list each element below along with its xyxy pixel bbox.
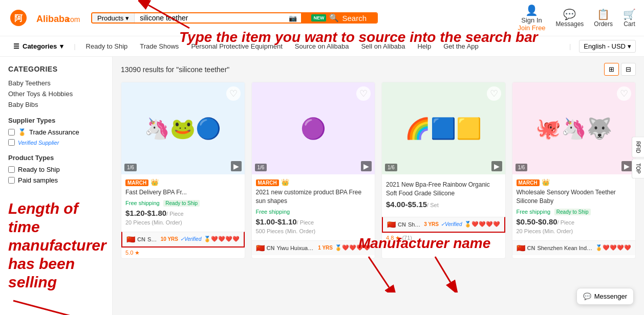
img-badge-3: 1/6 [385, 164, 397, 171]
grid-view-btn[interactable]: ⊞ [604, 63, 619, 76]
list-view-btn[interactable]: ⊟ [621, 63, 636, 76]
view-toggle: ⊞ ⊟ [604, 63, 636, 76]
rating-count: (71) [402, 235, 412, 241]
img-badge-2: 1/6 [255, 164, 267, 171]
sidebar-item-baby-bibs[interactable]: Baby Bibs [8, 101, 104, 108]
rating-stars-3: 🏅❤️❤️❤️❤️ [464, 221, 500, 228]
orders-label: Orders [594, 20, 613, 28]
messenger-icon: 💬 [583, 292, 591, 300]
img-nav-4[interactable]: ▶ [621, 161, 632, 171]
product-card-3[interactable]: 🌈🟦🟨 1/6 ▶ ♡ 2021 New Bpa-Free Rainbow Or… [381, 82, 506, 259]
product-info-2: MARCH👑 2021 new customize product BPA Fr… [252, 174, 375, 238]
min-order-1: 20 Pieces (Min. Order) [125, 219, 241, 226]
supplier-name-2[interactable]: Yiwu Huixuan Home Fu... [276, 245, 316, 251]
search-category-dropdown[interactable]: Products ▾ [92, 13, 135, 22]
img-nav-1[interactable]: ▶ [231, 161, 242, 171]
trade-assurance-icon: 🏅 [18, 128, 26, 136]
paid-samples-label: Paid samples [18, 176, 58, 184]
ready-to-ship-filter[interactable]: Ready to Ship [8, 166, 104, 173]
img-badge-1: 1/6 [124, 164, 137, 171]
supplier-name-4[interactable]: Shenzhen Kean Industr... [537, 245, 593, 251]
results-count-text: 13090 results for "silicone teether" [121, 65, 229, 74]
rating-row-1: 5.0 ★ [121, 248, 245, 258]
product-tags-1: MARCH👑 [125, 178, 241, 186]
nav-trade-shows[interactable]: Trade Shows [135, 39, 184, 53]
logo[interactable]: 阿 Alibaba .com [8, 8, 80, 28]
nav-get-the-app[interactable]: Get the App [438, 39, 484, 53]
product-emoji-2: 🟣 [252, 82, 375, 174]
top-btn[interactable]: TOP [632, 159, 644, 178]
messages-action[interactable]: 💬 Messages [556, 8, 584, 28]
verified-supplier-checkbox[interactable] [8, 139, 15, 146]
img-nav-3[interactable]: ▶ [491, 161, 502, 171]
product-card-2[interactable]: 🟣 1/6 ▶ ♡ MARCH👑 2021 new customize prod… [251, 82, 376, 259]
cart-icon: 🛒 [623, 8, 636, 20]
header: 阿 Alibaba .com Products ▾ 📷 NEW 🔍 Search… [0, 0, 644, 36]
product-title-1: Fast Delivery BPA Fr... [125, 188, 241, 197]
paid-samples-filter[interactable]: Paid samples [8, 176, 104, 184]
supplier-name-1[interactable]: Shenzhen Kean Industr... [147, 236, 159, 242]
camera-icon[interactable]: 📷 [285, 13, 301, 22]
product-tags-2: MARCH👑 [256, 178, 371, 186]
product-emoji-4: 🐙🦄🐺 [512, 82, 636, 174]
messenger-button[interactable]: 💬 Messenger [576, 288, 634, 305]
country-code-3: CN [398, 221, 406, 228]
language-chevron: ▾ [628, 42, 631, 50]
years-badge-2: 1 YRS [318, 245, 333, 251]
orders-action[interactable]: 📋 Orders [594, 8, 613, 28]
nav-ready-to-ship[interactable]: Ready to Ship [81, 39, 133, 53]
left-annotation-area: Length of time manufacturer has been sel… [8, 199, 104, 315]
rating-stars-1: 🏅❤️❤️❤️❤️ [204, 236, 240, 242]
nav-ppe[interactable]: Personal Protective Equipment [186, 39, 287, 53]
sign-in-action[interactable]: 👤 Sign In Join Free [518, 4, 545, 32]
side-buttons: RFID TOP [632, 137, 644, 178]
heart-icon-3[interactable]: ♡ [487, 86, 501, 101]
trade-assurance-checkbox[interactable] [8, 129, 15, 136]
nav-sell-on-alibaba[interactable]: Sell on Alibaba [356, 39, 410, 53]
results-header: 13090 results for "silicone teether" ⊞ ⊟ [121, 63, 636, 76]
heart-icon-4[interactable]: ♡ [617, 86, 631, 101]
sidebar-item-baby-teethers[interactable]: Baby Teethers [8, 79, 104, 87]
free-shipping: Free shipping [125, 200, 160, 206]
rfid-btn[interactable]: RFID [632, 137, 644, 158]
product-title-2: 2021 new customize product BPA Free sun … [256, 188, 371, 206]
ready-to-ship-checkbox[interactable] [8, 166, 15, 173]
supplier-name-3[interactable]: Shenzhen Dongli Silico... [408, 221, 422, 228]
search-button[interactable]: NEW 🔍 Search [301, 13, 377, 22]
language-label: English - USD [584, 42, 626, 50]
heart-icon-2[interactable]: ♡ [356, 86, 371, 101]
results-count: 13090 results for "silicone teether" [121, 65, 229, 74]
product-info-4: MARCH👑 Wholesale Sensory Wooden Teether … [512, 174, 636, 238]
search-input[interactable] [135, 13, 285, 22]
shipping-info-4: Free shipping Ready to Ship [517, 208, 632, 215]
flag-1: 🇨🇳 [126, 235, 135, 243]
messages-label: Messages [556, 20, 584, 28]
product-types-section: Product Types Ready to Ship Paid samples [8, 154, 104, 184]
svg-line-7 [13, 301, 90, 315]
trade-assurance-filter[interactable]: 🏅 Trade Assurance [8, 128, 104, 136]
min-order-4: 20 Pieces (Min. Order) [517, 228, 632, 234]
categories-menu[interactable]: ☰ Categories ▾ [8, 39, 69, 53]
supplier-icon: 👑 [281, 178, 289, 186]
verified-supplier-filter[interactable]: Verified Supplier [8, 139, 104, 146]
product-img-1: 🦄🐸🔵 1/6 ▶ ♡ [121, 82, 245, 174]
main-content: CATEGORIES Baby Teethers Other Toys & Ho… [0, 57, 644, 315]
nav-source-on-alibaba[interactable]: Source on Alibaba [290, 39, 354, 53]
join-free-label: Join Free [518, 24, 545, 32]
march-badge: MARCH [517, 179, 540, 186]
product-card-1[interactable]: 🦄🐸🔵 1/6 ▶ ♡ MARCH👑 Fast Delivery BPA Fr.… [121, 82, 245, 259]
cart-action[interactable]: 🛒 Cart [623, 8, 636, 28]
years-badge-3: 3 YRS [424, 221, 439, 227]
product-title-4: Wholesale Sensory Wooden Teether Silicon… [517, 188, 632, 206]
heart-icon-1[interactable]: ♡ [226, 86, 241, 101]
language-selector[interactable]: English - USD ▾ [579, 40, 636, 53]
paid-samples-checkbox[interactable] [8, 177, 15, 184]
sidebar-item-other-toys[interactable]: Other Toys & Hobbies [8, 90, 104, 98]
nav-help[interactable]: Help [412, 39, 436, 53]
product-card-4[interactable]: 🐙🦄🐺 1/6 ▶ ♡ MARCH👑 Wholesale Sensory Woo… [512, 82, 636, 259]
user-icon: 👤 [525, 4, 538, 16]
products-grid: 🦄🐸🔵 1/6 ▶ ♡ MARCH👑 Fast Delivery BPA Fr.… [121, 82, 636, 259]
orders-icon: 📋 [597, 8, 610, 20]
img-nav-2[interactable]: ▶ [361, 161, 372, 171]
hamburger-icon: ☰ [13, 42, 19, 50]
